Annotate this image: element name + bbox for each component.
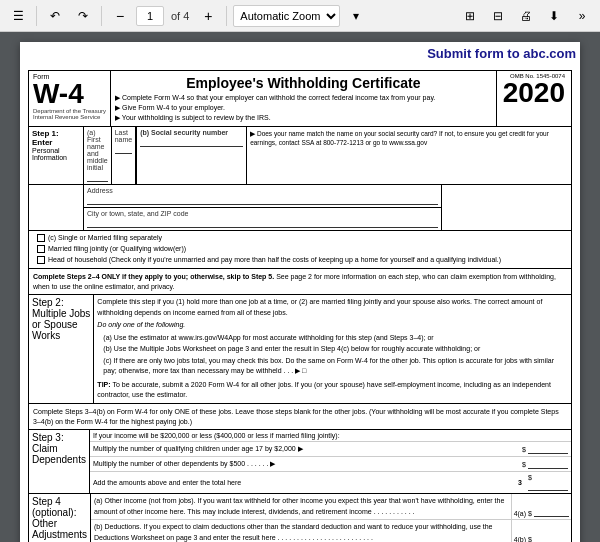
step2-works: Works bbox=[32, 330, 90, 341]
step4-label: Step 4 (optional): Other Adjustments bbox=[29, 494, 91, 542]
ssn-cell: (b) Social security number bbox=[136, 127, 246, 184]
form-header: Form W-4 Department of the Treasury Inte… bbox=[28, 70, 572, 127]
zoom-select[interactable]: Automatic Zoom Actual Size Page Fit 100% bbox=[233, 5, 340, 27]
step3-total-box[interactable] bbox=[528, 481, 568, 491]
step2-content: Complete this step if you (1) hold more … bbox=[94, 295, 571, 403]
first-name-input[interactable] bbox=[87, 172, 108, 182]
cb3-checkbox[interactable] bbox=[37, 256, 45, 264]
form-instructions: ▶ Complete Form W-4 so that your employe… bbox=[115, 93, 492, 122]
step1-row: Step 1: Enter Personal Information (a) F… bbox=[28, 127, 572, 185]
step2-c-text: (c) If there are only two jobs total, yo… bbox=[103, 357, 554, 375]
form-title-area: Employee's Withholding Certificate ▶ Com… bbox=[111, 71, 497, 126]
step3-row3-num: 3 bbox=[518, 479, 522, 486]
instruction-1: ▶ Complete Form W-4 so that your employe… bbox=[115, 94, 435, 101]
step3-intro: If your income will be $200,000 or less … bbox=[90, 430, 571, 442]
name-row: (a) First name and middle initial Last n… bbox=[84, 127, 571, 184]
complete-steps-34-note: Complete Steps 3–4(b) on Form W-4 for on… bbox=[28, 404, 572, 431]
step3-row: Step 3: Claim Dependents If your income … bbox=[28, 430, 572, 494]
step4a-row: (a) Other income (not from jobs). If you… bbox=[91, 494, 571, 520]
last-name-input[interactable] bbox=[115, 144, 133, 154]
step4a-text: (a) Other income (not from jobs). If you… bbox=[91, 494, 511, 519]
step2-c: (c) If there are only two jobs total, yo… bbox=[97, 356, 568, 377]
step2-a: (a) Use the estimator at www.irs.gov/W4A… bbox=[97, 333, 568, 344]
step2-tip-text: To be accurate, submit a 2020 Form W-4 f… bbox=[97, 381, 551, 399]
last-name-label: Last name bbox=[115, 129, 133, 143]
step4-name: Other bbox=[32, 518, 87, 529]
step2-label: Step 2: Multiple Jobs or Spouse Works bbox=[29, 295, 94, 403]
cb2-checkbox[interactable] bbox=[37, 245, 45, 253]
zoom-in-button[interactable]: + bbox=[196, 4, 220, 28]
step1-sub1: Personal bbox=[32, 147, 80, 154]
address-row: Address City or town, state, and ZIP cod… bbox=[28, 185, 572, 231]
w4-form: Form W-4 Department of the Treasury Inte… bbox=[20, 42, 580, 542]
separator bbox=[36, 6, 37, 26]
step4a-input-area: 4(a) $ bbox=[511, 494, 571, 519]
submit-banner: Submit form to abc.com bbox=[427, 46, 576, 61]
pdf-viewer: Submit form to abc.com Form W-4 Departme… bbox=[0, 32, 600, 542]
complete-steps-strong: Complete Steps 2–4 ONLY if they apply to… bbox=[33, 273, 274, 280]
back-button[interactable]: ↶ bbox=[43, 4, 67, 28]
ssn-input[interactable] bbox=[140, 137, 243, 147]
instruction-2: ▶ Give Form W-4 to your employer. bbox=[115, 104, 225, 111]
ssn-label: (b) Social security number bbox=[140, 129, 243, 136]
step4-row: Step 4 (optional): Other Adjustments (a)… bbox=[28, 494, 572, 542]
step2-b: (b) Use the Multiple Jobs Worksheet on p… bbox=[97, 344, 568, 355]
step4b-row: (b) Deductions. If you expect to claim d… bbox=[91, 520, 571, 542]
step3-label: Step 3: Claim Dependents bbox=[29, 430, 90, 493]
address-field: Address bbox=[84, 185, 441, 208]
spread-even-button[interactable]: ⊟ bbox=[486, 4, 510, 28]
city-label: City or town, state, and ZIP code bbox=[87, 210, 438, 217]
step4b-input[interactable] bbox=[534, 535, 569, 542]
step3-children-input[interactable] bbox=[528, 444, 568, 454]
print-button[interactable]: 🖨 bbox=[514, 4, 538, 28]
step2-intro: Complete this step if you (1) hold more … bbox=[97, 297, 568, 318]
more-tools-button[interactable]: » bbox=[570, 4, 594, 28]
dollar-sign-4a: $ bbox=[528, 510, 532, 517]
first-name-cell: (a) First name and middle initial bbox=[84, 127, 112, 184]
checkbox-section: (c) Single or Married filing separately … bbox=[28, 231, 572, 268]
step3-row2-input: $ bbox=[522, 459, 568, 469]
step2-name: Multiple Jobs bbox=[32, 308, 90, 319]
step1-sub2: Information bbox=[32, 154, 80, 161]
cb1-checkbox[interactable] bbox=[37, 234, 45, 242]
step3-name: Claim bbox=[32, 443, 86, 454]
download-button[interactable]: ⬇ bbox=[542, 4, 566, 28]
step3-sub: Dependents bbox=[32, 454, 86, 465]
step2-number: Step 2: bbox=[32, 297, 90, 308]
step4a-input[interactable] bbox=[534, 509, 569, 517]
step4-number: Step 4 bbox=[32, 496, 87, 507]
city-field: City or town, state, and ZIP code bbox=[84, 208, 441, 230]
page-total: of 4 bbox=[171, 10, 189, 22]
step4-sub: Adjustments bbox=[32, 529, 87, 540]
step3-other-input[interactable] bbox=[528, 459, 568, 469]
separator bbox=[101, 6, 102, 26]
step4-optional: (optional): bbox=[32, 507, 87, 518]
step2-tip-box: TIP: To be accurate, submit a 2020 Form … bbox=[97, 380, 568, 401]
complete-steps-note: Complete Steps 2–4 ONLY if they apply to… bbox=[28, 269, 572, 296]
step4b-text: (b) Deductions. If you expect to claim d… bbox=[91, 520, 511, 542]
step3-number: Step 3: bbox=[32, 432, 86, 443]
zoom-out-button[interactable]: − bbox=[108, 4, 132, 28]
ssn-note: ▶ Does your name match the name on your … bbox=[246, 127, 571, 184]
forward-button[interactable]: ↷ bbox=[71, 4, 95, 28]
dollar-sign-1: $ bbox=[522, 446, 526, 453]
toggle-sidebar-button[interactable]: ☰ bbox=[6, 4, 30, 28]
document-page: Submit form to abc.com Form W-4 Departme… bbox=[20, 42, 580, 542]
step4b-row-label: 4(b) bbox=[514, 536, 526, 542]
zoom-dropdown-button[interactable]: ▾ bbox=[344, 4, 368, 28]
cb1-item: (c) Single or Married filing separately bbox=[37, 233, 568, 243]
step3-row1-input: $ bbox=[522, 444, 568, 454]
step3-other-row: Multiply the number of other dependents … bbox=[90, 457, 571, 472]
cb2-item: Married filing jointly (or Qualifying wi… bbox=[37, 244, 568, 254]
cb3-label: Head of household (Check only if you're … bbox=[48, 255, 501, 265]
address-input[interactable] bbox=[87, 195, 438, 205]
cb3-item: Head of household (Check only if you're … bbox=[37, 255, 568, 265]
step1-label: Step 1: Enter Personal Information bbox=[29, 127, 84, 184]
step3-content: If your income will be $200,000 or less … bbox=[90, 430, 571, 493]
step3-total-input: $ bbox=[528, 474, 568, 491]
spread-odd-button[interactable]: ⊞ bbox=[458, 4, 482, 28]
page-number-input[interactable]: 1 bbox=[136, 6, 164, 26]
tip-label: TIP: bbox=[97, 381, 112, 388]
city-input[interactable] bbox=[87, 218, 438, 228]
cb2-label: Married filing jointly (or Qualifying wi… bbox=[48, 244, 186, 254]
